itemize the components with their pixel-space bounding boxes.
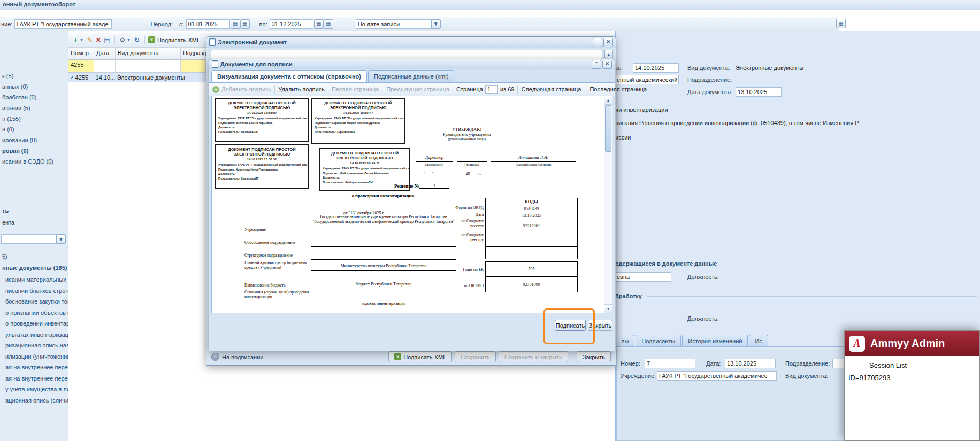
refresh-icon[interactable]: ↻ [133,36,141,44]
sort-order-select[interactable]: По дате записи ▼ [356,19,441,29]
scrollbar-thumb[interactable] [605,105,611,152]
dropdown-arrow-icon[interactable]: ▼ [80,38,83,42]
institution-form-label: Учреждение [244,227,266,232]
document-header-field[interactable] [211,50,602,59]
sidebar-item-doctype[interactable]: у учета имущества в лично... [3,384,68,395]
last-page-button[interactable]: Последняя страница [589,86,647,92]
sidebar-item-status[interactable]: к (5) [0,71,67,81]
sidebar-item-status[interactable]: рован (0) [0,145,67,156]
remove-signature-button[interactable]: Удалить подпись [278,86,325,92]
add-signature-button[interactable]: + Добавить подпись [212,86,271,93]
tab-history[interactable]: История изменений [682,335,748,347]
period-from-input[interactable] [186,19,230,29]
table-row[interactable]: ✔ 4255 14.10... Электронные документы [68,73,206,82]
sidebar-item-doctype[interactable]: ультатах инвентаризации... [3,329,68,341]
sub-number-input[interactable] [645,359,695,368]
filter-cell-number[interactable]: 4255 [68,60,94,73]
tab-signed-xml[interactable]: Подписанные данные (xml) [368,70,454,82]
document-window-titlebar[interactable]: Электронный документ – ✕ [206,37,616,48]
sidebar-filter-value[interactable] [1,234,57,244]
column-header-type[interactable]: Вид документа [116,47,181,60]
filter-cell-department[interactable] [181,60,206,73]
okud-label: Форма по ОКУД [442,205,484,210]
stamp-title: ДОКУМЕНТ ПОДПИСАН ПРОСТОЙ ЭЛЕКТРОННОЙ ПО… [320,149,409,160]
calendar-icon[interactable]: ▦ [231,19,240,29]
sidebar-item-status[interactable]: исании в СЭДО (0) [0,156,67,167]
sidebar-item-doctype[interactable]: ая на внутреннее перемещ... [3,373,68,384]
copy-icon[interactable]: ▤ [103,36,111,44]
grid-sign-xml-button[interactable]: X Подписать XML [148,36,200,43]
sidebar-item-doctype[interactable]: о проведении инвентариз... [3,318,68,329]
settings-icon[interactable]: ⚙ [118,36,127,44]
sidebar-item-doctype[interactable]: ационная опись (сличи... [3,395,68,406]
sidebar-item-doctype[interactable]: илизации (уничтожении) ... [3,351,68,362]
sign-modal-titlebar[interactable]: Документы для подписи □ ✕ [209,59,615,69]
dropdown-arrow-icon[interactable]: ▼ [56,234,66,244]
first-page-button[interactable]: Первая страница [332,86,379,92]
tab-files[interactable]: лы [615,335,634,347]
ammyy-titlebar[interactable]: A Ammyy Admin [845,331,979,356]
sidebar-item-count[interactable]: 5) [0,251,70,262]
tab-visualization[interactable]: Визуализация документа с оттиском (справ… [211,70,367,82]
calendar-period-icon[interactable]: ▦ [240,19,250,29]
minimize-icon[interactable]: – [593,38,602,47]
sidebar-item-doctype[interactable]: писании бланков строгой от... [3,285,68,297]
edit-icon[interactable]: ✎ [86,36,94,44]
tab-extra[interactable]: Ис [749,335,768,347]
column-header-number[interactable]: Номер [68,47,94,60]
details-docdate-input[interactable] [736,87,782,97]
sidebar-item-status[interactable]: н (155) [0,113,67,124]
period-to-input[interactable] [270,19,313,29]
save-button[interactable]: Сохранить [455,351,496,362]
next-page-button[interactable]: Следующая страница [521,86,581,92]
sidebar-item-doctype[interactable]: о признании объектов не... [3,307,68,319]
sidebar-item-status[interactable]: анных (0) [0,81,67,92]
details-date-input[interactable] [633,63,679,73]
signature-stamp: ДОКУМЕНТ ПОДПИСАН ПРОСТОЙ ЭЛЕКТРОННОЙ ПО… [311,98,405,144]
decision-title: Решение № 7 [394,183,449,189]
column-header-date[interactable]: Дата [94,47,116,60]
scroll-up-icon[interactable]: ▲ [604,96,612,105]
add-icon[interactable]: + [71,36,80,44]
sort-order-value[interactable]: По дате записи [356,19,432,29]
sidebar-item-status[interactable]: ировании (0) [0,135,67,145]
sidebar-item-status[interactable]: бработан (0) [0,92,67,103]
delete-icon[interactable]: ✕ [94,36,103,44]
details-position-label: Должность: [687,274,719,280]
ammyy-session-list[interactable]: Session List [845,356,979,369]
sidebar-filter-select[interactable]: ▼ [1,234,66,244]
details-name-input[interactable] [615,272,671,282]
page-number-input[interactable] [485,85,498,94]
filter-cell-date[interactable] [94,60,116,73]
filter-cell-type[interactable] [116,60,181,73]
scroll-up-icon[interactable]: ▲ [604,50,613,58]
close-button[interactable]: Закрыть [577,351,611,362]
toolbar-button-icon[interactable]: ▦ [836,19,846,28]
sidebar-item-doctype[interactable]: ая на внутреннее перемещ... [3,362,68,373]
calendar-icon[interactable]: ▦ [314,19,324,29]
sub-date-input[interactable] [725,359,776,368]
sidebar-item-doctype[interactable]: ризационная опись налич... [3,340,68,351]
scroll-down-icon[interactable]: ▼ [604,304,612,313]
sidebar-item-status[interactable]: исании (5) [0,103,67,113]
tab-signers[interactable]: Подписанты [636,335,681,347]
prev-page-button[interactable]: Предыдущая страница [386,86,449,92]
institution-input[interactable] [14,19,112,29]
sidebar-item-doctype[interactable]: исании материальных запа... [3,274,68,285]
details-institution-input[interactable] [615,75,679,84]
preview-scrollbar[interactable]: ▲ ▼ [604,96,612,313]
details-tabstrip: лы Подписанты История изменений Ис [615,335,768,346]
sidebar-item-docs[interactable]: нные документы (165) [0,262,70,273]
close-icon[interactable]: ✕ [603,38,613,47]
sidebar-item-doctype[interactable]: боснование закупки товар... [3,296,68,307]
sidebar-item-status[interactable]: н (0) [0,124,67,135]
calendar-period-icon[interactable]: ▦ [324,19,333,29]
bk-value: 705 [486,262,577,277]
dropdown-arrow-icon[interactable]: ▼ [127,38,131,42]
save-close-button[interactable]: Сохранить и закрыть [499,351,568,362]
sign-xml-button[interactable]: X Подписать XML [388,351,452,362]
sub-institution-input[interactable] [657,371,777,381]
dropdown-arrow-icon[interactable]: ▼ [431,19,441,29]
maximize-icon[interactable]: □ [592,60,601,69]
close-icon[interactable]: ✕ [602,60,612,69]
